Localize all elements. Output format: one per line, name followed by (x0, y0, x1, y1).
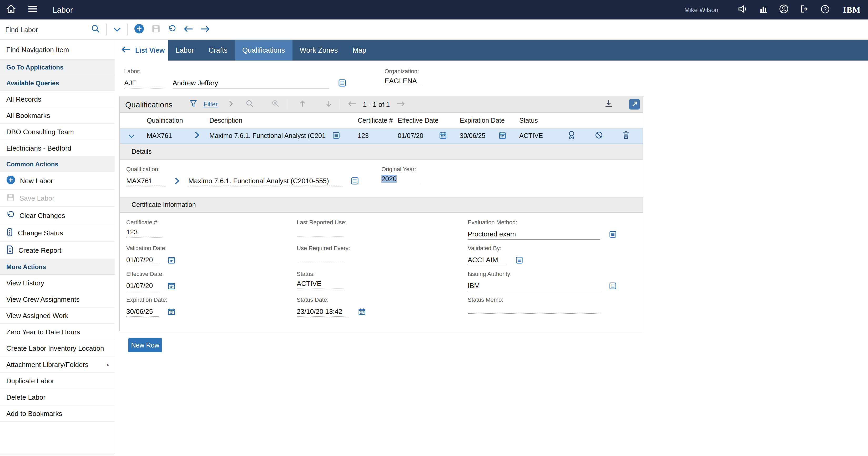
effective-date-label: Effective Date: (126, 270, 297, 277)
action-label: New Labor (20, 177, 53, 184)
clear-changes-button[interactable] (164, 22, 180, 37)
home-button[interactable] (0, 0, 22, 20)
previous-record-button[interactable] (180, 22, 197, 37)
issuing-authority-value[interactable]: IBM (468, 282, 600, 291)
validated-by-select-button[interactable] (513, 254, 526, 267)
original-year-field[interactable]: 2020 (381, 175, 419, 184)
evaluation-method-value[interactable]: Proctored exam (468, 230, 600, 239)
next-row-button[interactable] (322, 97, 335, 111)
row-certify-button[interactable] (565, 129, 578, 143)
labor-name-input[interactable] (173, 79, 329, 88)
row-disconnect-button[interactable] (592, 129, 606, 143)
action-view-crew-assignments[interactable]: View Crew Assignments (0, 291, 115, 308)
clear-search-button[interactable] (269, 97, 282, 111)
action-add-to-bookmarks[interactable]: Add to Bookmarks (0, 405, 115, 422)
run-search-button[interactable] (87, 22, 104, 37)
qualification-nav-arrow-button[interactable] (172, 175, 182, 189)
tab-crafts[interactable]: Crafts (201, 40, 235, 61)
advanced-search-button[interactable] (110, 22, 125, 37)
logout-button[interactable] (800, 0, 809, 20)
row-delete-button[interactable] (620, 129, 632, 143)
filter-link[interactable]: Filter (204, 101, 218, 108)
filter-toggle-button[interactable] (187, 97, 199, 111)
action-change-status[interactable]: Change Status (0, 224, 115, 242)
tab-map[interactable]: Map (345, 40, 374, 61)
action-create-labor-inventory-location[interactable]: Create Labor Inventory Location (0, 340, 115, 357)
query-all-bookmarks[interactable]: All Bookmarks (0, 107, 115, 124)
next-page-button[interactable] (394, 97, 408, 111)
labor-detail-menu-button[interactable] (336, 77, 349, 91)
next-record-button[interactable] (197, 22, 214, 37)
action-view-history[interactable]: View History (0, 275, 115, 291)
help-button[interactable]: ? (820, 0, 829, 20)
back-arrow-icon (121, 46, 131, 55)
section-common-actions[interactable]: Common Actions (0, 156, 115, 172)
section-go-to-applications[interactable]: Go To Applications (0, 59, 115, 75)
action-zero-year-to-date-hours[interactable]: Zero Year to Date Hours (0, 324, 115, 340)
col-effective-date[interactable]: Effective Date (394, 117, 456, 124)
action-attachment-library-folders[interactable]: Attachment Library/Folders ▸ (0, 357, 115, 373)
download-button[interactable] (602, 97, 616, 111)
section-more-actions[interactable]: More Actions (0, 259, 115, 275)
action-view-assigned-work[interactable]: View Assigned Work (0, 308, 115, 324)
announcements-button[interactable] (737, 0, 747, 20)
expiration-date-picker-button[interactable] (165, 305, 178, 319)
tab-labor[interactable]: Labor (168, 40, 201, 61)
action-create-report[interactable]: Create Report (0, 242, 115, 259)
profile-button[interactable] (779, 0, 788, 20)
maximize-table-button[interactable] (629, 99, 640, 110)
tab-work-zones[interactable]: Work Zones (292, 40, 345, 61)
issuing-authority-select-button[interactable] (607, 280, 619, 293)
table-search-button[interactable] (243, 97, 256, 111)
expiration-date-picker-button[interactable] (496, 129, 509, 143)
row-nav-arrow-button[interactable] (192, 129, 202, 143)
col-qualification[interactable]: Qualification (143, 117, 188, 124)
row-expander-button[interactable] (126, 129, 137, 143)
table-title: Qualifications (125, 100, 173, 109)
previous-page-button[interactable] (345, 97, 359, 111)
save-record-button[interactable] (148, 22, 164, 37)
find-navigation-input[interactable] (0, 46, 115, 53)
calendar-icon (168, 282, 175, 291)
expand-filter-button[interactable] (226, 97, 236, 111)
effective-date-picker-button[interactable] (165, 280, 178, 293)
row-description-detail-button[interactable] (330, 129, 342, 143)
certificate-number-label: Certificate #: (126, 219, 297, 225)
download-icon (604, 99, 613, 109)
calendar-icon (168, 256, 175, 265)
traffic-light-icon (6, 228, 13, 238)
action-duplicate-labor[interactable]: Duplicate Labor (0, 373, 115, 389)
action-save-labor[interactable]: Save Labor (0, 190, 115, 207)
action-new-labor[interactable]: New Labor (0, 172, 115, 190)
last-reported-use-label: Last Reported Use: (297, 219, 468, 225)
query-dbo-consulting-team[interactable]: DBO Consulting Team (0, 124, 115, 140)
back-to-list-view[interactable]: List View (115, 40, 168, 61)
validation-date-picker-button[interactable] (165, 254, 178, 267)
new-record-button[interactable] (130, 22, 148, 37)
tab-qualifications[interactable]: Qualifications (235, 40, 292, 61)
chevron-down-icon (113, 26, 121, 33)
previous-row-button[interactable] (296, 97, 309, 111)
action-clear-changes[interactable]: Clear Changes (0, 207, 115, 224)
reports-button[interactable] (759, 0, 767, 20)
col-certificate[interactable]: Certificate # (354, 117, 394, 124)
find-labor-input[interactable] (4, 25, 87, 34)
query-all-records[interactable]: All Records (0, 91, 115, 107)
effective-date-picker-button[interactable] (437, 129, 449, 143)
action-delete-labor[interactable]: Delete Labor (0, 389, 115, 405)
table-row[interactable]: MAX761 Maximo 7.6.1. Functional Analyst … (120, 129, 643, 144)
certificate-info-section: Certificate #: 123 Validation Date: 01/0… (120, 213, 643, 331)
status-memo-value[interactable] (468, 305, 600, 314)
section-available-queries[interactable]: Available Queries (0, 75, 115, 91)
validated-by-value[interactable]: ACCLAIM (468, 256, 506, 265)
col-expiration-date[interactable]: Expiration Date (456, 117, 516, 124)
qualification-detail-menu-button[interactable] (348, 175, 362, 189)
new-row-button[interactable]: New Row (128, 338, 162, 352)
col-status[interactable]: Status (516, 117, 557, 124)
status-date-picker-button[interactable] (355, 305, 368, 319)
evaluation-method-select-button[interactable] (607, 228, 619, 242)
circle-slash-icon (595, 131, 603, 141)
col-description[interactable]: Description (206, 117, 354, 124)
query-electricians-bedford[interactable]: Electricians - Bedford (0, 140, 115, 156)
menu-button[interactable] (22, 0, 43, 20)
